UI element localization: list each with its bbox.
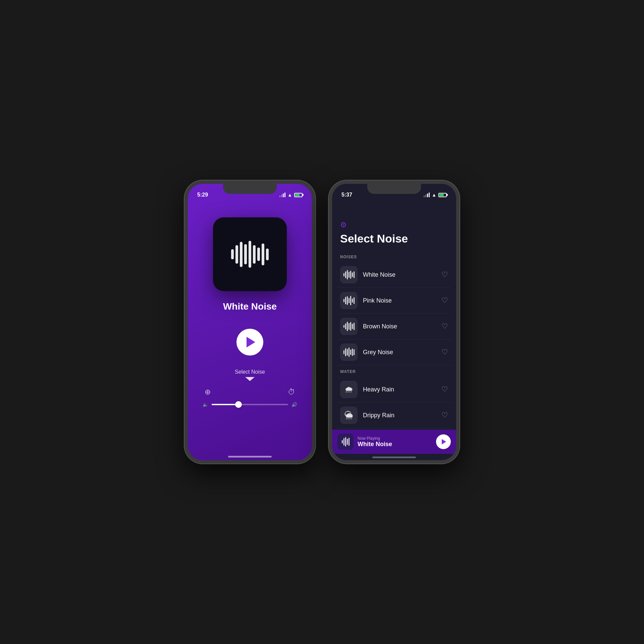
volume-high-icon: 🔊	[291, 402, 297, 407]
noise-list: NOISES White Noise ♡	[332, 251, 456, 430]
now-playing-info: Now Playing White Noise	[358, 436, 432, 448]
heart-icon[interactable]: ♡	[441, 270, 448, 279]
waveform-art-icon	[231, 241, 269, 268]
now-playing-title: White Noise	[358, 441, 432, 448]
noise-name: Grey Noise	[363, 349, 441, 356]
heart-icon[interactable]: ♡	[441, 411, 448, 420]
home-indicator-2	[372, 457, 416, 458]
phone-player: 5:29 ▲	[184, 180, 315, 464]
play-button[interactable]	[236, 329, 263, 356]
list-item[interactable]: Pink Noise ♡	[337, 288, 451, 314]
chevron-down-icon	[245, 377, 255, 381]
noise-thumb-brown	[340, 318, 358, 335]
status-bar-selector: 5:37 ▲	[332, 187, 456, 201]
heavy-rain-icon: 🌧	[344, 384, 353, 395]
heart-icon[interactable]: ♡	[441, 296, 448, 305]
waveform-small-icon	[343, 270, 355, 279]
noise-name: Pink Noise	[363, 297, 441, 304]
list-item[interactable]: Brown Noise ♡	[337, 314, 451, 339]
signal-icon-2	[424, 193, 430, 197]
selector-title: Select Noise	[340, 232, 448, 245]
drippy-rain-icon: 🌦	[344, 410, 353, 421]
home-indicator	[228, 456, 272, 458]
noise-thumb-pink	[340, 292, 358, 309]
section-label-noises: NOISES	[337, 251, 451, 262]
waveform-small-icon	[343, 296, 355, 305]
noise-thumb-white	[340, 266, 358, 283]
wifi-icon-2: ▲	[432, 192, 436, 198]
section-label-water: WATER	[337, 365, 451, 377]
heart-icon[interactable]: ♡	[441, 322, 448, 331]
wifi-icon: ▲	[287, 192, 292, 198]
select-noise-label: Select Noise	[235, 369, 265, 375]
player-content: White Noise Select Noise ⊕ ⏱ 🔈 🔊	[188, 201, 312, 452]
noise-name: Brown Noise	[363, 323, 441, 330]
now-playing-waveform-icon	[342, 437, 350, 446]
heart-icon[interactable]: ♡	[441, 385, 448, 394]
noise-name: Heavy Rain	[363, 386, 441, 393]
airplay-icon[interactable]: ⊕	[205, 388, 211, 396]
status-time-player: 5:29	[197, 192, 208, 198]
waveform-small-icon	[343, 322, 355, 331]
list-item[interactable]: 🌦 Drippy Rain ♡	[337, 402, 451, 428]
noise-thumb-drippy-rain: 🌦	[340, 407, 358, 424]
list-item[interactable]: 🌧 Heavy Rain ♡	[337, 377, 451, 402]
list-item[interactable]: Grey Noise ♡	[337, 339, 451, 365]
status-icons-selector: ▲	[424, 192, 447, 198]
now-playing-play-button[interactable]	[436, 434, 451, 449]
volume-slider[interactable]	[212, 404, 288, 405]
gear-icon[interactable]: ⚙	[340, 221, 448, 229]
play-triangle-icon	[247, 337, 255, 347]
status-time-selector: 5:37	[341, 192, 352, 198]
battery-icon-2	[438, 193, 447, 197]
heart-icon[interactable]: ♡	[441, 348, 448, 357]
noise-name: White Noise	[363, 271, 441, 278]
timer-icon[interactable]: ⏱	[288, 388, 295, 396]
noise-name: Drippy Rain	[363, 412, 441, 419]
volume-fill	[212, 404, 238, 405]
phone-selector: 5:37 ▲ ⚙ Select Noise NOISES	[329, 180, 460, 464]
now-playing-label: Now Playing	[358, 436, 432, 441]
signal-icon	[279, 193, 285, 197]
noise-thumb-heavy-rain: 🌧	[340, 381, 358, 398]
volume-row: 🔈 🔊	[195, 402, 305, 407]
now-playing-thumb	[337, 434, 354, 450]
now-playing-bar: Now Playing White Noise	[332, 430, 456, 454]
waveform-small-icon	[343, 347, 355, 357]
selector-header: ⚙ Select Noise	[332, 201, 456, 251]
volume-low-icon: 🔈	[203, 402, 208, 407]
bottom-controls: ⊕ ⏱	[195, 388, 305, 396]
select-noise-section[interactable]: Select Noise	[235, 369, 265, 381]
play-triangle-small-icon	[442, 439, 446, 444]
battery-icon	[294, 193, 303, 197]
status-bar-player: 5:29 ▲	[188, 187, 312, 201]
list-item[interactable]: White Noise ♡	[337, 262, 451, 288]
noise-thumb-grey	[340, 343, 358, 361]
status-icons-player: ▲	[279, 192, 303, 198]
song-title: White Noise	[223, 301, 277, 312]
album-art	[213, 217, 287, 291]
volume-thumb[interactable]	[235, 401, 242, 408]
